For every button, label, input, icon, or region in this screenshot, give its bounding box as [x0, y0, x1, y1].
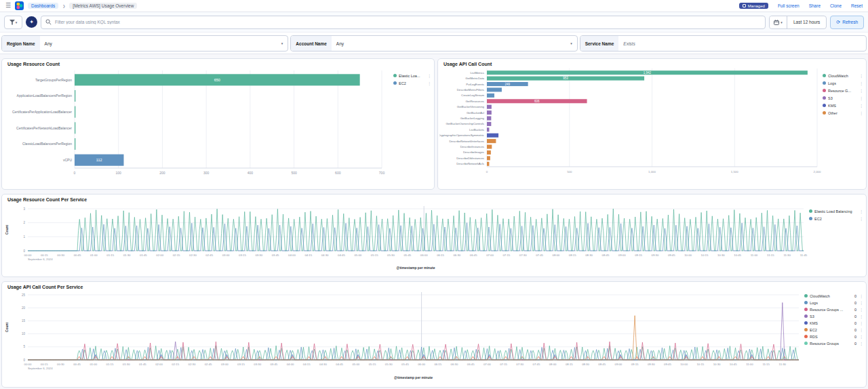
time-range-label[interactable]: Last 12 hours	[787, 16, 826, 28]
bar[interactable]	[75, 138, 75, 150]
legend-item[interactable]: KMS⋮	[823, 103, 865, 108]
legend-menu-icon[interactable]: ⋮	[859, 81, 863, 85]
legend-menu-icon[interactable]: ⋮	[427, 73, 431, 78]
date-quick-select-button[interactable]: ▾	[770, 16, 787, 28]
y-tick-label: 25	[22, 293, 26, 297]
share-button[interactable]: Share	[809, 3, 821, 8]
x-tick-label: 01:30	[123, 363, 130, 366]
legend-menu-icon[interactable]: ⋮	[859, 293, 863, 298]
category-label: ListMetrics	[470, 71, 484, 75]
bar[interactable]	[487, 122, 491, 126]
legend-item[interactable]: CloudWatch⋮	[823, 73, 865, 78]
usage-api-call-count-per-service-chart[interactable]: 051015202500:0000:1500:3000:4501:0001:15…	[3, 289, 804, 384]
legend-menu-icon[interactable]: ⋮	[859, 307, 863, 312]
bar[interactable]	[487, 150, 491, 155]
legend-item[interactable]: EC2⋮	[809, 216, 865, 221]
legend-item[interactable]: S3⋮	[823, 96, 865, 100]
x-tick-label: 04:00	[287, 363, 294, 366]
ai-assistant-button[interactable]: ✦	[26, 16, 37, 28]
x-tick-label: 05:00	[354, 253, 361, 257]
legend-item[interactable]: RDS0⋮	[804, 334, 865, 339]
legend-menu-icon[interactable]: ⋮	[859, 88, 863, 93]
elastic-logo[interactable]	[15, 1, 24, 10]
bar[interactable]	[75, 106, 75, 118]
bar[interactable]	[487, 145, 492, 149]
legend-item[interactable]: Resource G...⋮	[823, 88, 865, 93]
panel-title[interactable]: Usage API Call Count	[443, 62, 866, 66]
legend-item[interactable]: S30⋮	[804, 314, 865, 319]
legend-menu-icon[interactable]: ⋮	[859, 327, 863, 332]
y-tick-label: 15	[22, 319, 26, 323]
panel-title[interactable]: Usage Resource Count	[7, 62, 434, 66]
legend-item[interactable]: Resource Groups0⋮	[804, 341, 865, 346]
legend-item[interactable]: KMS0⋮	[804, 321, 865, 325]
panel-usage-resource-count-per-service: Usage Resource Count Per Service 012300:…	[1, 194, 867, 277]
x-tick-label: 10:15	[696, 363, 704, 366]
control-region-name[interactable]: Region Name Any ▾	[1, 35, 288, 52]
legend-menu-icon[interactable]: ⋮	[859, 314, 863, 319]
managed-badge[interactable]: Managed	[739, 3, 768, 9]
bar[interactable]	[75, 122, 75, 134]
menu-icon[interactable]: ☰	[5, 3, 11, 9]
legend-color-dot	[804, 328, 808, 331]
breadcrumb-dashboards[interactable]: Dashboards	[28, 3, 58, 9]
clone-button[interactable]: Clone	[830, 3, 842, 8]
legend-item[interactable]: Logs0⋮	[804, 300, 865, 305]
saved-query-menu-button[interactable]: ▾	[4, 16, 22, 29]
legend-item[interactable]: Elastic Load Balancing⋮	[809, 209, 865, 213]
legend-color-dot	[823, 96, 826, 100]
control-service-name[interactable]: Service Name Exists	[580, 35, 867, 52]
managed-label: Managed	[748, 4, 765, 8]
control-label: Region Name	[2, 36, 40, 51]
bar[interactable]	[487, 162, 489, 166]
usage-api-call-count-chart[interactable]: 05001,0001,5002,000ListMetrics1,942GetMe…	[439, 66, 823, 186]
usage-resource-count-chart[interactable]: 0100200300400500600700TargetGroupsPerReg…	[3, 66, 393, 186]
x-tick-label: 04:15	[303, 363, 311, 366]
category-label: DescribeDbInstances	[456, 157, 484, 160]
legend-menu-icon[interactable]: ⋮	[859, 321, 863, 325]
control-account-name[interactable]: Account Name Any ▾	[290, 35, 577, 52]
legend-menu-icon[interactable]: ⋮	[859, 73, 863, 78]
legend-item[interactable]: Logs⋮	[823, 81, 865, 85]
panel-title[interactable]: Usage Resource Count Per Service	[7, 197, 866, 202]
legend-menu-icon[interactable]: ⋮	[859, 103, 863, 108]
legend-menu-icon[interactable]: ⋮	[859, 209, 863, 213]
legend-menu-icon[interactable]: ⋮	[859, 96, 863, 100]
legend-menu-icon[interactable]: ⋮	[859, 341, 863, 346]
full-screen-button[interactable]: Full screen	[778, 3, 800, 8]
legend-menu-icon[interactable]: ⋮	[859, 334, 863, 339]
bar[interactable]	[487, 94, 494, 98]
breadcrumb-current[interactable]: [Metrics AWS] Usage Overview	[69, 3, 137, 9]
legend-label: EC2	[399, 81, 425, 85]
legend-item[interactable]: EC20⋮	[804, 327, 865, 332]
legend-menu-icon[interactable]: ⋮	[859, 110, 863, 115]
legend-item[interactable]: Resource Groups ...0⋮	[804, 307, 865, 312]
x-tick-label: 04:45	[338, 253, 345, 257]
legend-color-dot	[809, 209, 812, 213]
bar[interactable]	[487, 116, 491, 120]
bar[interactable]	[75, 90, 75, 102]
bar[interactable]	[487, 105, 492, 109]
legend-item[interactable]: CloudWatch0⋮	[804, 293, 865, 298]
legend-menu-icon[interactable]: ⋮	[859, 216, 863, 221]
kql-search-input[interactable]	[55, 20, 761, 24]
legend-item[interactable]: EC2⋮	[393, 81, 433, 85]
bar[interactable]	[487, 127, 489, 131]
legend-item[interactable]: Elastic Loa...⋮	[393, 73, 433, 78]
bar[interactable]	[487, 87, 502, 91]
bar[interactable]	[487, 156, 490, 160]
usage-resource-count-per-service-chart[interactable]: 012300:0000:1500:3000:4501:0001:1501:300…	[3, 202, 809, 274]
x-tick-label: 03:30	[255, 253, 262, 257]
legend-menu-icon[interactable]: ⋮	[859, 300, 863, 305]
bar[interactable]	[487, 134, 498, 138]
reset-button[interactable]: Reset	[851, 3, 863, 8]
bar[interactable]	[487, 110, 492, 115]
bar[interactable]	[487, 139, 496, 143]
panel-title[interactable]: Usage API Call Count Per Service	[7, 285, 866, 289]
x-tick-label: 09:30	[648, 363, 655, 366]
legend-menu-icon[interactable]: ⋮	[427, 81, 431, 85]
y-tick-label: 0	[23, 249, 25, 253]
refresh-button[interactable]: ⟳ Refresh	[830, 16, 864, 29]
legend-item[interactable]: Other⋮	[823, 110, 865, 115]
legend-color-dot	[804, 294, 808, 298]
